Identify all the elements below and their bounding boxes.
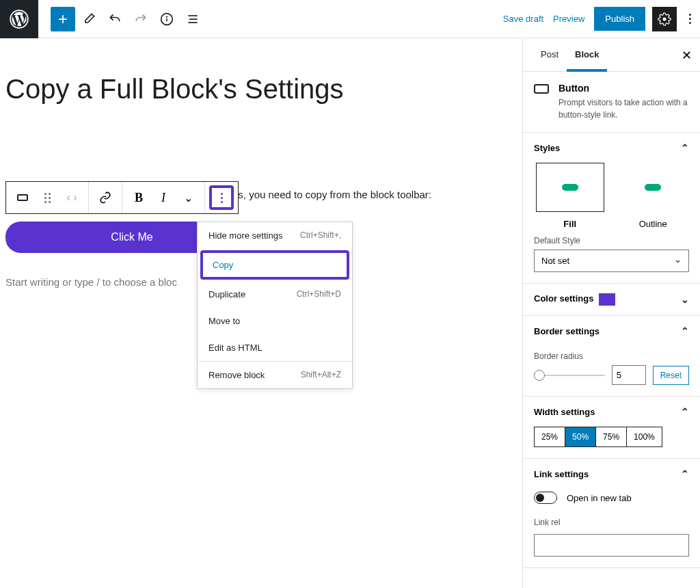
block-toolbar: ‹ › B I ⌄: [5, 181, 239, 214]
more-options-button[interactable]: [679, 7, 700, 31]
width-25[interactable]: 25%: [535, 427, 565, 446]
border-radius-reset-button[interactable]: Reset: [653, 366, 689, 385]
panel-styles-header[interactable]: Styles ⌃: [523, 133, 700, 163]
more-format-chevron-icon[interactable]: ⌄: [176, 185, 200, 210]
tab-post[interactable]: Post: [533, 38, 567, 71]
button-block-icon: [534, 84, 549, 94]
menu-move-to[interactable]: Move to: [198, 308, 352, 334]
color-swatch: [599, 293, 615, 306]
default-style-select[interactable]: Not set: [534, 250, 689, 272]
chevron-up-icon: ⌃: [681, 142, 689, 153]
undo-icon[interactable]: [103, 7, 127, 31]
save-draft-link[interactable]: Save draft: [503, 14, 543, 24]
publish-button[interactable]: Publish: [594, 7, 645, 31]
menu-copy[interactable]: Copy: [200, 250, 349, 280]
block-options-button[interactable]: [209, 185, 234, 210]
close-sidebar-icon[interactable]: ✕: [682, 48, 692, 63]
outline-icon[interactable]: [180, 7, 205, 31]
default-style-label: Default Style: [534, 236, 689, 245]
info-icon[interactable]: [154, 7, 179, 31]
bold-button[interactable]: B: [126, 185, 151, 210]
menu-hide-more-settings[interactable]: Hide more settings Ctrl+Shift+,: [198, 222, 352, 249]
chevron-up-icon: ⌃: [681, 468, 689, 479]
chevron-up-icon: ⌃: [681, 406, 689, 417]
menu-edit-html[interactable]: Edit as HTML: [198, 334, 352, 361]
svg-point-7: [663, 17, 667, 21]
chevron-down-icon: ⌄: [681, 294, 689, 305]
link-rel-label: Link rel: [534, 518, 689, 527]
link-icon[interactable]: [93, 185, 118, 210]
style-fill[interactable]: Fill: [536, 163, 604, 229]
wordpress-icon: [10, 10, 29, 29]
width-50[interactable]: 50%: [565, 427, 596, 446]
chevron-up-icon: ⌃: [681, 325, 689, 336]
svg-point-3: [167, 16, 167, 17]
tab-block[interactable]: Block: [567, 38, 607, 72]
border-radius-slider[interactable]: [534, 375, 605, 376]
italic-button[interactable]: I: [151, 185, 176, 210]
preview-link[interactable]: Preview: [553, 14, 584, 24]
panel-link-header[interactable]: Link settings ⌃: [523, 459, 700, 489]
sidebar-tabs: Post Block ✕: [523, 38, 700, 72]
border-radius-input[interactable]: [612, 365, 646, 385]
drag-handle-icon[interactable]: [35, 185, 59, 210]
settings-sidebar: Post Block ✕ Button Prompt visitors to t…: [522, 38, 700, 588]
move-arrows-icon[interactable]: ‹ ›: [59, 185, 84, 210]
width-buttons: 25% 50% 75% 100%: [534, 427, 662, 447]
add-block-button[interactable]: +: [51, 7, 75, 31]
paragraph-text[interactable]: gs, you need to copy from the block tool…: [232, 189, 431, 200]
block-info: Button Prompt visitors to take action wi…: [523, 72, 700, 132]
width-75[interactable]: 75%: [596, 427, 627, 446]
edit-mode-icon[interactable]: [77, 7, 101, 31]
settings-button[interactable]: [652, 7, 677, 31]
open-new-tab-toggle[interactable]: [534, 492, 557, 504]
block-options-menu: Hide more settings Ctrl+Shift+, Copy Dup…: [197, 222, 353, 389]
post-title[interactable]: Copy a Full Block's Settings: [5, 72, 517, 105]
panel-border-header[interactable]: Border settings ⌃: [523, 316, 700, 346]
menu-remove-block[interactable]: Remove block Shift+Alt+Z: [198, 362, 352, 388]
editor-canvas: Copy a Full Block's Settings gs, you nee…: [0, 38, 522, 588]
open-new-tab-label: Open in new tab: [567, 493, 632, 503]
block-info-title: Button: [558, 83, 689, 94]
placeholder-paragraph[interactable]: Start writing or type / to choose a bloc: [5, 276, 177, 288]
panel-color-header[interactable]: Color settings ⌄: [523, 284, 700, 315]
top-toolbar: + Save draft Preview Publish: [0, 0, 700, 38]
link-rel-input[interactable]: [534, 534, 689, 557]
wp-logo[interactable]: [0, 0, 38, 38]
redo-icon[interactable]: [129, 7, 153, 31]
button-block-label: Click Me: [111, 231, 152, 243]
border-radius-label: Border radius: [534, 351, 689, 361]
style-outline[interactable]: Outline: [619, 163, 687, 229]
block-info-desc: Prompt visitors to take action with a bu…: [558, 96, 689, 121]
menu-duplicate[interactable]: Duplicate Ctrl+Shift+D: [198, 281, 352, 308]
panel-width-header[interactable]: Width settings ⌃: [523, 397, 700, 427]
width-100[interactable]: 100%: [627, 427, 662, 446]
block-type-icon[interactable]: [10, 185, 35, 210]
